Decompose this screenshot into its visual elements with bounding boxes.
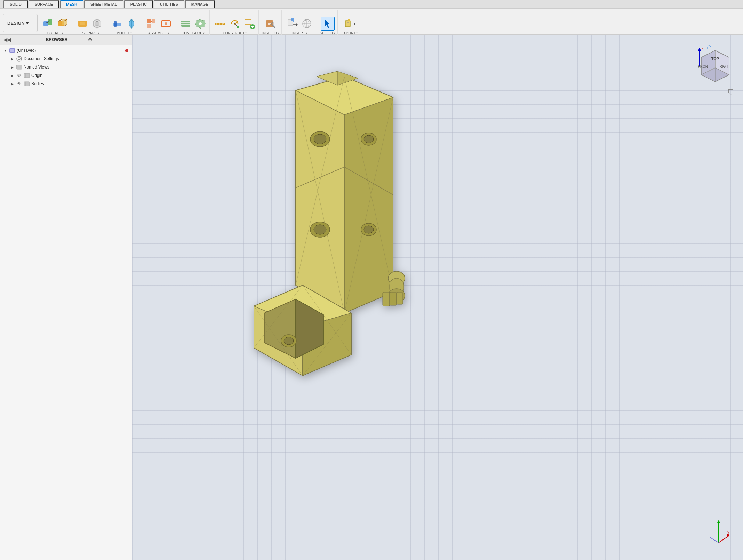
construct-icon-3[interactable] xyxy=(242,17,256,31)
prepare-icon-1[interactable] xyxy=(75,17,89,31)
inspect-icon-1[interactable] xyxy=(264,17,278,31)
tab-solid[interactable]: SOLID xyxy=(3,0,28,8)
browser-panel: ◀◀ BROWSER ⊖ ▼ (Unsaved) ⏺ ▶ Document Se… xyxy=(0,35,132,560)
tree-icon-bodies xyxy=(24,81,30,87)
svg-line-6 xyxy=(58,19,62,21)
tree-label-origin: Origin xyxy=(31,73,129,78)
inspect-arrow: ▾ xyxy=(278,32,279,35)
construct-icon-1[interactable] xyxy=(213,17,227,31)
browser-minimize-btn[interactable]: ⊖ xyxy=(88,37,128,42)
prepare-arrow: ▾ xyxy=(98,32,99,35)
assemble-icons xyxy=(144,17,173,31)
construct-icon-2[interactable] xyxy=(228,17,242,31)
svg-marker-138 xyxy=(717,520,720,523)
create-group: CREATE ▾ xyxy=(39,10,72,36)
tab-bar: SOLID SURFACE MESH SHEET METAL PLASTIC U… xyxy=(0,0,743,9)
view-cube: ⌂ TOP xyxy=(687,42,736,90)
svg-rect-116 xyxy=(383,292,390,306)
svg-point-29 xyxy=(199,22,202,25)
svg-marker-1 xyxy=(48,19,52,25)
export-icon-1[interactable] xyxy=(343,17,357,31)
svg-text:RIGHT: RIGHT xyxy=(719,65,730,69)
configure-icon-1[interactable] xyxy=(179,17,193,31)
svg-point-112 xyxy=(284,337,294,345)
inspect-icons xyxy=(264,17,278,31)
svg-marker-54 xyxy=(296,23,298,26)
tab-manage[interactable]: MANAGE xyxy=(185,0,215,8)
svg-line-40 xyxy=(234,23,237,26)
tree-arrow-doc[interactable]: ▶ xyxy=(10,56,15,61)
tree-eye-origin[interactable]: 👁 xyxy=(16,72,22,79)
tree-item-doc-settings[interactable]: ▶ Document Settings xyxy=(0,55,132,63)
tree-label-doc: Document Settings xyxy=(24,56,129,61)
tab-surface[interactable]: SURFACE xyxy=(29,0,59,8)
svg-rect-74 xyxy=(16,65,22,69)
construct-group: CONSTRUCT ▾ xyxy=(211,10,259,36)
tab-sheet-metal[interactable]: SHEET METAL xyxy=(84,0,123,8)
svg-marker-12 xyxy=(95,21,99,26)
tab-utilities[interactable]: UTILITIES xyxy=(154,0,184,8)
tree-arrow-named-views[interactable]: ▶ xyxy=(10,65,15,70)
create-arrow: ▾ xyxy=(62,32,63,35)
browser-collapse-btn[interactable]: ◀◀ xyxy=(3,37,44,42)
assemble-icon-2[interactable] xyxy=(159,17,173,31)
browser-title: BROWSER xyxy=(46,37,86,42)
tree-item-named-views[interactable]: ▶ Named Views xyxy=(0,63,132,71)
svg-point-91 xyxy=(314,134,326,144)
design-label: DESIGN xyxy=(7,21,25,26)
configure-icon-2[interactable] xyxy=(193,17,207,31)
ribbon: DESIGN ▾ CREATE ▾ xyxy=(0,9,743,37)
insert-icon-1[interactable] xyxy=(285,17,299,31)
tree-label-unsaved: (Unsaved) xyxy=(17,48,123,53)
tab-plastic[interactable]: PLASTIC xyxy=(124,0,153,8)
modify-icon-1[interactable] xyxy=(110,17,124,31)
tree-arrow-unsaved[interactable]: ▼ xyxy=(3,48,8,53)
tree-item-unsaved[interactable]: ▼ (Unsaved) ⏺ xyxy=(0,46,132,55)
select-arrow: ▾ xyxy=(334,32,335,35)
modify-arrow: ▾ xyxy=(130,32,132,35)
tree-arrow-origin[interactable]: ▶ xyxy=(10,73,15,78)
svg-rect-0 xyxy=(43,21,48,26)
view-filter-icon[interactable]: ⛉ xyxy=(727,89,734,97)
svg-rect-14 xyxy=(114,21,117,27)
tree-eye-bodies[interactable]: 👁 xyxy=(16,81,22,87)
modify-icon-2[interactable] xyxy=(125,17,138,31)
assemble-icon-1[interactable] xyxy=(144,17,158,31)
svg-point-69 xyxy=(18,58,20,60)
insert-icon-2[interactable] xyxy=(300,17,314,31)
tree-arrow-bodies[interactable]: ▶ xyxy=(10,81,15,86)
tree-item-origin[interactable]: ▶ 👁 Origin xyxy=(0,71,132,80)
svg-rect-78 xyxy=(24,82,30,86)
svg-rect-10 xyxy=(80,22,85,25)
svg-marker-59 xyxy=(325,19,330,28)
modify-icons xyxy=(110,17,138,31)
svg-point-93 xyxy=(364,135,374,143)
svg-text:Z: Z xyxy=(701,47,703,51)
svg-rect-67 xyxy=(10,49,14,52)
create-icon-1[interactable] xyxy=(41,17,55,31)
configure-arrow: ▾ xyxy=(203,32,205,35)
tab-mesh[interactable]: MESH xyxy=(60,0,83,8)
modify-group: MODIFY ▾ xyxy=(108,10,141,36)
tree-icon-doc xyxy=(16,56,22,62)
construct-arrow: ▾ xyxy=(245,32,247,35)
inspect-group: INSPECT ▾ xyxy=(260,10,282,36)
export-group: EXPORT ▾ xyxy=(339,10,360,36)
z-axis: Z xyxy=(694,47,705,68)
create-icon-2[interactable] xyxy=(56,17,70,31)
viewport[interactable]: ⌂ TOP xyxy=(132,35,743,560)
export-icons xyxy=(343,17,357,31)
svg-point-23 xyxy=(165,22,167,25)
select-icon-1[interactable] xyxy=(321,17,335,31)
tree-item-bodies[interactable]: ▶ 👁 Bodies xyxy=(0,80,132,88)
prepare-icon-2[interactable] xyxy=(90,17,104,31)
svg-rect-18 xyxy=(152,19,155,23)
assemble-arrow: ▾ xyxy=(168,32,169,35)
tree-icon-unsaved xyxy=(9,47,15,54)
tree-record-btn[interactable]: ⏺ xyxy=(124,48,129,53)
svg-marker-81 xyxy=(296,77,344,313)
browser-tree: ▼ (Unsaved) ⏺ ▶ Document Settings ▶ xyxy=(0,45,132,560)
assemble-group: ASSEMBLE ▾ xyxy=(142,10,175,36)
design-button[interactable]: DESIGN ▾ xyxy=(3,14,38,32)
construct-icons xyxy=(213,17,256,31)
